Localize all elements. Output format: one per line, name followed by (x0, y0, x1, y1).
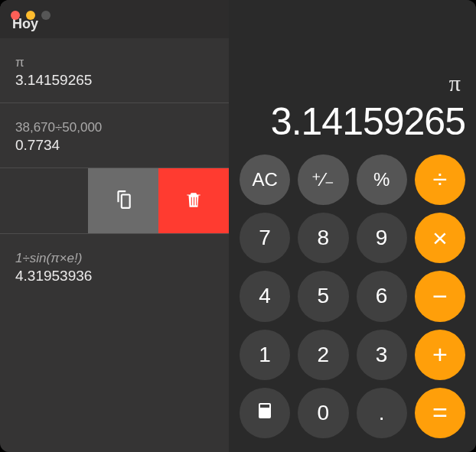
copy-button[interactable] (88, 168, 158, 233)
history-sidebar: Hoy π 3.14159265 38,670÷50,000 0.7734 (0, 0, 229, 452)
history-result: 4.31953936 (15, 268, 214, 285)
copy-icon (113, 190, 133, 213)
display-symbol: π (449, 70, 461, 96)
key-8[interactable]: 8 (298, 213, 348, 263)
history-result: 0.7734 (15, 137, 214, 154)
window-controls (11, 11, 51, 20)
history-swipe-actions (0, 168, 229, 234)
delete-button[interactable] (158, 168, 229, 233)
keypad: AC ⁺∕₋ % ÷ 7 8 9 × 4 5 6 − 1 2 3 + 0 . = (229, 151, 476, 452)
key-3[interactable]: 3 (357, 330, 407, 380)
key-4[interactable]: 4 (240, 271, 290, 321)
history-entry[interactable]: 38,670÷50,000 0.7734 (0, 103, 229, 168)
window-close-button[interactable] (11, 11, 20, 20)
display-value: 3.14159265 (271, 99, 465, 144)
key-decimal[interactable]: . (357, 388, 407, 438)
key-6[interactable]: 6 (357, 271, 407, 321)
window-maximize-button[interactable] (41, 11, 51, 20)
history-expression: 1÷sin(π×e!) (15, 251, 214, 266)
key-plus[interactable]: + (415, 330, 465, 380)
key-sign[interactable]: ⁺∕₋ (298, 154, 348, 205)
key-2[interactable]: 2 (298, 330, 348, 380)
key-7[interactable]: 7 (240, 213, 290, 263)
key-clear[interactable]: AC (240, 154, 290, 205)
calculator-main: π 3.14159265 AC ⁺∕₋ % ÷ 7 8 9 × 4 5 6 − … (229, 0, 476, 452)
key-multiply[interactable]: × (415, 213, 465, 263)
history-list: π 3.14159265 38,670÷50,000 0.7734 (0, 38, 229, 298)
history-entry[interactable]: π 3.14159265 (0, 38, 229, 103)
key-equals[interactable]: = (415, 388, 465, 438)
history-result: 3.14159265 (15, 72, 214, 89)
history-entry[interactable]: 1÷sin(π×e!) 4.31953936 (0, 234, 229, 298)
history-expression: 38,670÷50,000 (15, 120, 214, 135)
key-1[interactable]: 1 (240, 330, 290, 380)
key-9[interactable]: 9 (357, 213, 407, 263)
display: π 3.14159265 (229, 0, 476, 151)
key-percent[interactable]: % (357, 154, 407, 205)
key-0[interactable]: 0 (298, 388, 348, 438)
trash-icon (184, 190, 204, 213)
calculator-window: Hoy π 3.14159265 38,670÷50,000 0.7734 (0, 0, 476, 452)
key-5[interactable]: 5 (298, 271, 348, 321)
window-minimize-button[interactable] (26, 11, 35, 20)
key-minus[interactable]: − (415, 271, 465, 321)
key-mode[interactable] (240, 388, 290, 438)
history-expression: π (15, 55, 214, 70)
calculator-icon (256, 401, 274, 425)
key-divide[interactable]: ÷ (415, 154, 465, 205)
